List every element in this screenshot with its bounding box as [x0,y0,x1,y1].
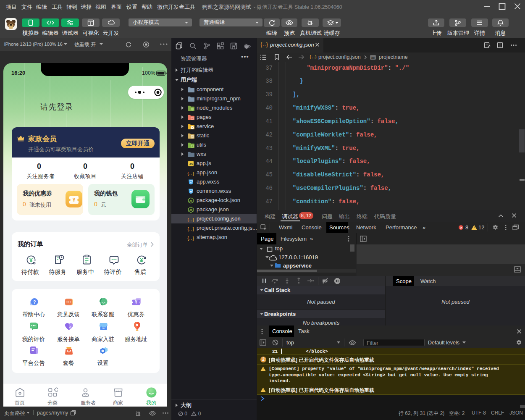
svg-text:¥: ¥ [135,300,137,304]
svg-text:JS: JS [189,209,192,211]
svg-text:¥: ¥ [72,197,76,203]
svg-text:JS: JS [189,162,193,166]
svg-text:ab: ab [371,56,375,59]
svg-text:?: ? [33,299,36,304]
svg-text:#: # [192,117,193,120]
svg-text:JS: JS [189,200,192,202]
